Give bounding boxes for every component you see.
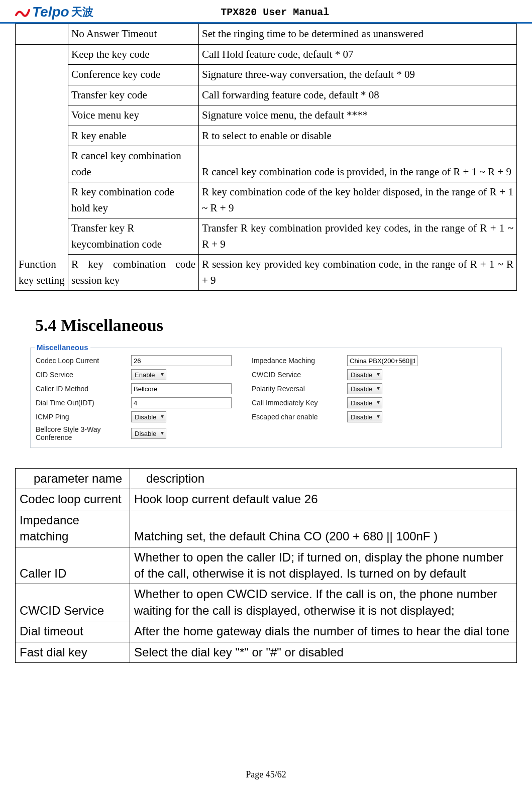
panel-legend: Miscellaneous xyxy=(35,343,90,352)
cell: Dial timeout xyxy=(16,621,130,642)
cell: Select the dial key "*" or "#" or disabl… xyxy=(130,642,517,662)
cell: Voice menu key xyxy=(68,105,199,126)
cell: Transfer key R keycombination code xyxy=(68,218,199,255)
cell: R key combination code of the key holder… xyxy=(199,182,517,218)
cid-service-select[interactable]: Enable xyxy=(131,369,166,380)
cell: After the home gateway dials the number … xyxy=(130,621,517,642)
table-row: R key combination code hold key R key co… xyxy=(16,182,517,218)
cell: R cancel key combination code is provide… xyxy=(199,146,517,182)
table-row: Caller ID Whether to open the caller ID;… xyxy=(16,547,517,584)
cell: Caller ID xyxy=(16,547,130,584)
cell: Keep the key code xyxy=(68,44,199,65)
table-row: No Answer Timeout Set the ringing time t… xyxy=(16,24,517,45)
function-key-table: No Answer Timeout Set the ringing time t… xyxy=(15,24,517,291)
table-row: Conference key code Signature three-way … xyxy=(16,65,517,85)
section-heading: 5.4 Miscellaneous xyxy=(35,316,517,335)
cell: CWCID Service xyxy=(16,584,130,621)
bellcore-3way-label: Bellcore Style 3-Way Conference xyxy=(36,425,121,441)
cell: R key combination code hold key xyxy=(68,182,199,218)
cell: Codec loop current xyxy=(16,489,130,510)
icmp-ping-select[interactable]: Disable xyxy=(131,411,166,422)
call-immediately-label: Call Immediately Key xyxy=(252,399,337,407)
table-row: Codec loop current Hook loop current def… xyxy=(16,489,517,510)
table-row: Voice menu key Signature voice menu, the… xyxy=(16,105,517,126)
cell: R to select to enable or disable xyxy=(199,126,517,146)
polarity-reversal-label: Polarity Reversal xyxy=(252,385,337,393)
codec-loop-input[interactable] xyxy=(131,355,232,366)
caller-id-method-input[interactable] xyxy=(131,383,232,394)
table-row: Fast dial key Select the dial key "*" or… xyxy=(16,642,517,662)
cell: Hook loop current default value 26 xyxy=(130,489,517,510)
cwcid-service-label: CWCID Service xyxy=(252,371,337,379)
impedance-input[interactable] xyxy=(347,355,417,366)
parameter-table: parameter name description Codec loop cu… xyxy=(15,468,517,663)
table-row: R cancel key combination code R cancel k… xyxy=(16,146,517,182)
cell: No Answer Timeout xyxy=(68,24,199,45)
cell: Signature voice menu, the default **** xyxy=(199,105,517,126)
bellcore-3way-select[interactable]: Disable xyxy=(131,428,166,439)
cell: Set the ringing time to be determined as… xyxy=(199,24,517,45)
table-row: R key enable R to select to enable or di… xyxy=(16,126,517,146)
escaped-char-select[interactable]: Disable xyxy=(347,411,382,422)
dial-timeout-label: Dial Time Out(IDT) xyxy=(36,399,121,407)
header-cell: description xyxy=(130,469,517,489)
cwcid-service-select[interactable]: Disable xyxy=(347,369,382,380)
manual-title: TPX820 User Manual xyxy=(33,7,517,18)
page-footer: Page 45/62 xyxy=(0,769,532,780)
table-row: CWCID Service Whether to open CWCID serv… xyxy=(16,584,517,621)
cell: Conference key code xyxy=(68,65,199,85)
header-cell: parameter name xyxy=(16,469,130,489)
miscellaneous-panel: Miscellaneous Codec Loop Current Impedan… xyxy=(30,348,502,448)
escaped-char-label: Escaped char enable xyxy=(252,413,337,421)
polarity-reversal-select[interactable]: Disable xyxy=(347,383,382,394)
call-immediately-select[interactable]: Disable xyxy=(347,397,382,408)
cell: Call forwarding feature code, default * … xyxy=(199,85,517,105)
table-header-row: parameter name description xyxy=(16,469,517,489)
dial-timeout-input[interactable] xyxy=(131,397,232,408)
cell xyxy=(16,24,68,45)
icmp-ping-label: ICMP Ping xyxy=(36,413,121,421)
cell: Transfer R key combination provided key … xyxy=(199,218,517,255)
cell: Transfer key code xyxy=(68,85,199,105)
cell: R key combination code session key xyxy=(68,255,199,291)
cell: R session key provided key combination c… xyxy=(199,255,517,291)
cell: R key enable xyxy=(68,126,199,146)
cell: Whether to open the caller ID; if turned… xyxy=(130,547,517,584)
cell: Signature three-way conversation, the de… xyxy=(199,65,517,85)
cell: R cancel key combination code xyxy=(68,146,199,182)
cell: Impedance matching xyxy=(16,510,130,547)
cell: Fast dial key xyxy=(16,642,130,662)
cell: Matching set, the default China CO (200 … xyxy=(130,510,517,547)
table-row: Transfer key R keycombination code Trans… xyxy=(16,218,517,255)
caller-id-method-label: Caller ID Method xyxy=(36,385,121,393)
impedance-label: Impedance Maching xyxy=(252,357,337,365)
table-row: Transfer key code Call forwarding featur… xyxy=(16,85,517,105)
cell: Call Hold feature code, default * 07 xyxy=(199,44,517,65)
table-row: Dial timeout After the home gateway dial… xyxy=(16,621,517,642)
table-row: Impedance matching Matching set, the def… xyxy=(16,510,517,547)
wave-icon xyxy=(15,5,30,19)
cid-service-label: CID Service xyxy=(36,371,121,379)
table-row: Function key setting Keep the key code C… xyxy=(16,44,517,65)
group-label-cell: Function key setting xyxy=(16,44,68,291)
cell: Whether to open CWCID service. If the ca… xyxy=(130,584,517,621)
table-row: R key combination code session key R ses… xyxy=(16,255,517,291)
codec-loop-label: Codec Loop Current xyxy=(36,357,121,365)
page-header: Telpo 天波 TPX820 User Manual xyxy=(0,0,532,24)
